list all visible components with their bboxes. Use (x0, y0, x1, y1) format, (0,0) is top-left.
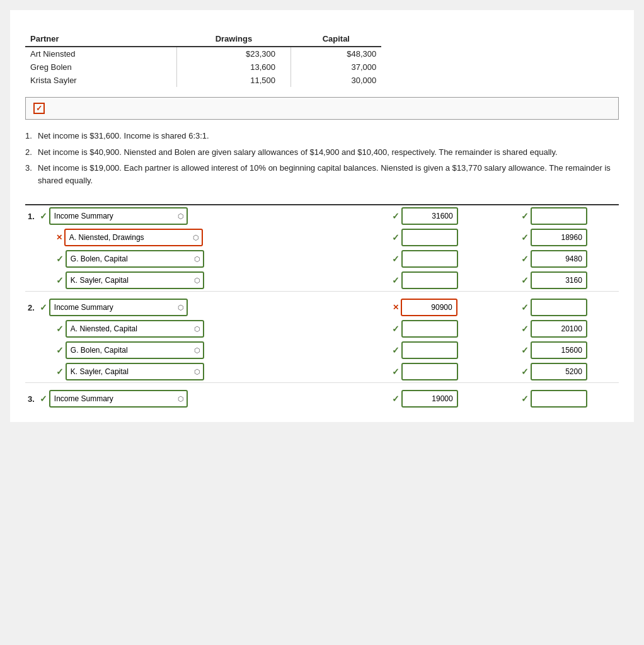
partner-row: Art Niensted $23,300 $48,300 (25, 47, 381, 60)
journal-row: 3.✓Income Summary⬡✓✓ (25, 388, 619, 409)
partner-drawings: $23,300 (176, 47, 290, 60)
debit-cell: ✓ (360, 361, 490, 383)
partner-col-header: Partner (25, 31, 176, 47)
debit-cell: ✓ (360, 270, 490, 292)
journal-row: ✕A. Niensted, Drawings⬡✓✓ (25, 227, 619, 248)
debit-check-green-icon: ✓ (392, 254, 400, 264)
account-select-wrapper: Income Summary⬡ (49, 299, 188, 316)
entry-number (25, 318, 37, 340)
account-cell: ✓K. Sayler, Capital⬡ (37, 361, 360, 383)
account-select[interactable]: K. Sayler, Capital (66, 363, 204, 380)
entry-number: 3. (25, 388, 37, 409)
debit-input[interactable] (401, 341, 458, 359)
credit-input[interactable] (531, 363, 587, 380)
credit-field-container: ✓ (492, 341, 616, 359)
account-select[interactable]: K. Sayler, Capital (66, 271, 204, 289)
debit-input[interactable] (401, 207, 458, 225)
account-header (37, 197, 360, 205)
debit-field-container: ✓ (363, 250, 487, 268)
account-cell: ✓Income Summary⬡ (37, 205, 360, 227)
account-select-wrapper: A. Niensted, Drawings⬡ (64, 229, 203, 246)
account-select-wrapper: G. Bolen, Capital⬡ (66, 341, 204, 359)
account-select[interactable]: Income Summary (49, 299, 188, 316)
account-select[interactable]: A. Niensted, Drawings (64, 229, 203, 246)
check-red-x-icon: ✕ (56, 233, 62, 242)
account-select-wrapper: Income Summary⬡ (49, 207, 188, 225)
credit-field-container: ✓ (492, 320, 616, 338)
entry-number (25, 248, 37, 270)
credit-field-container: ✓ (492, 363, 616, 380)
check-green-icon: ✓ (56, 367, 64, 377)
credit-check-green-icon: ✓ (521, 324, 529, 334)
debit-field-container: ✓ (363, 320, 487, 338)
page-container: Partner Drawings Capital Art Niensted $2… (10, 10, 634, 422)
credit-input[interactable] (531, 299, 587, 316)
credit-input[interactable] (531, 390, 587, 408)
partner-table: Partner Drawings Capital Art Niensted $2… (25, 31, 381, 87)
journal-row: ✓K. Sayler, Capital⬡✓✓ (25, 361, 619, 383)
credit-cell: ✓ (490, 270, 619, 292)
account-field-container: ✓K. Sayler, Capital⬡ (56, 363, 358, 380)
account-select[interactable]: Income Summary (49, 390, 188, 408)
account-select[interactable]: G. Bolen, Capital (66, 250, 204, 268)
debit-check-green-icon: ✓ (392, 211, 400, 221)
debit-input[interactable] (401, 320, 458, 338)
credit-input[interactable] (531, 207, 587, 225)
debit-input[interactable] (401, 229, 458, 246)
debit-field-container: ✓ (363, 229, 487, 246)
account-select[interactable]: G. Bolen, Capital (66, 341, 204, 359)
check-green-icon: ✓ (40, 394, 47, 404)
partial-correct-icon: ✓ (33, 103, 45, 114)
credit-input[interactable] (531, 250, 587, 268)
account-select-wrapper: G. Bolen, Capital⬡ (66, 250, 204, 268)
credit-cell: ✓ (490, 340, 619, 361)
credit-field-container: ✓ (492, 271, 616, 289)
account-select[interactable]: Income Summary (49, 207, 188, 225)
debit-field-container: ✓ (363, 363, 487, 380)
no-header (25, 197, 37, 205)
credit-cell: ✓ (490, 318, 619, 340)
journal-row: ✓G. Bolen, Capital⬡✓✓ (25, 340, 619, 361)
check-green-icon: ✓ (56, 324, 64, 334)
journal-row: 2.✓Income Summary⬡✕✓ (25, 297, 619, 318)
entry-number: 1. (25, 205, 37, 227)
account-field-container: ✕A. Niensted, Drawings⬡ (56, 229, 358, 246)
account-cell: ✕A. Niensted, Drawings⬡ (37, 227, 360, 248)
credit-check-green-icon: ✓ (521, 302, 529, 312)
credit-input[interactable] (531, 320, 587, 338)
credit-input[interactable] (531, 229, 587, 246)
entry-spacer (25, 292, 619, 297)
credit-header (490, 197, 619, 205)
credit-check-green-icon: ✓ (521, 345, 529, 355)
assumption-item-3: Net income is $19,000. Each partner is a… (25, 162, 619, 186)
account-select[interactable]: A. Niensted, Capital (66, 320, 204, 338)
account-cell: ✓Income Summary⬡ (37, 388, 360, 409)
credit-check-green-icon: ✓ (521, 367, 529, 377)
entry-spacer (25, 383, 619, 389)
account-select-wrapper: Income Summary⬡ (49, 390, 188, 408)
account-select-wrapper: A. Niensted, Capital⬡ (66, 320, 204, 338)
entry-number: 2. (25, 297, 37, 318)
credit-input[interactable] (531, 341, 587, 359)
debit-field-container: ✓ (363, 207, 487, 225)
debit-input[interactable] (401, 390, 458, 408)
partner-name: Krista Sayler (25, 74, 176, 87)
credit-cell: ✓ (490, 388, 619, 409)
debit-input[interactable] (401, 299, 457, 316)
debit-input[interactable] (401, 271, 458, 289)
credit-input[interactable] (531, 271, 587, 289)
partner-drawings: 13,600 (176, 60, 290, 74)
account-field-container: ✓G. Bolen, Capital⬡ (56, 341, 358, 359)
debit-input[interactable] (401, 250, 458, 268)
debit-check-green-icon: ✓ (392, 275, 400, 285)
account-cell: ✓K. Sayler, Capital⬡ (37, 270, 360, 292)
drawings-col-header: Drawings (176, 31, 290, 47)
credit-field-container: ✓ (492, 299, 616, 316)
debit-input[interactable] (401, 363, 458, 380)
credit-cell: ✓ (490, 297, 619, 318)
account-field-container: ✓Income Summary⬡ (40, 299, 358, 316)
account-select-wrapper: K. Sayler, Capital⬡ (66, 271, 204, 289)
journal-row: ✓G. Bolen, Capital⬡✓✓ (25, 248, 619, 270)
credit-cell: ✓ (490, 227, 619, 248)
account-cell: ✓Income Summary⬡ (37, 297, 360, 318)
